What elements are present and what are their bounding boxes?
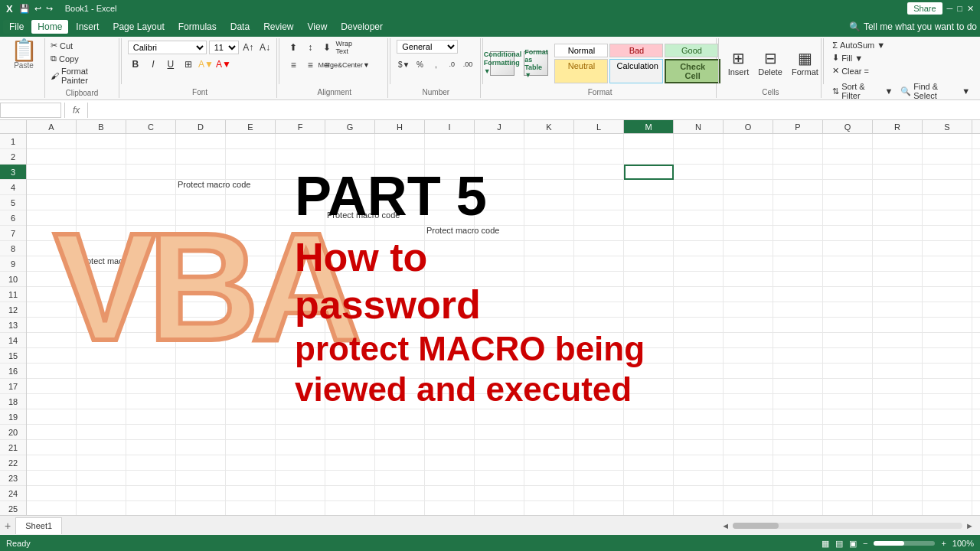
cell-e4[interactable] <box>226 180 276 195</box>
cell-h8[interactable] <box>375 241 425 256</box>
cell-n7[interactable] <box>674 226 724 241</box>
font-color-button[interactable]: A▼ <box>216 57 231 72</box>
page-layout-view-button[interactable]: ▤ <box>835 539 843 549</box>
cell-r7[interactable] <box>873 226 923 241</box>
cell-j9[interactable] <box>475 256 524 272</box>
cell-s9[interactable] <box>923 256 972 272</box>
col-header-j[interactable]: J <box>475 120 524 133</box>
col-header-s[interactable]: S <box>923 120 972 133</box>
name-box[interactable]: M3 <box>0 103 61 118</box>
cell-m3[interactable] <box>624 165 674 180</box>
cell-n2[interactable] <box>674 149 724 165</box>
currency-button[interactable]: $▼ <box>397 57 411 72</box>
cell-p9[interactable] <box>773 256 823 272</box>
cell-n4[interactable] <box>674 180 724 195</box>
comma-button[interactable]: , <box>429 57 443 72</box>
merge-center-button[interactable]: Merge&Center▼ <box>336 57 351 73</box>
cell-j8[interactable] <box>475 241 524 256</box>
copy-button[interactable]: ⧉ Copy <box>48 53 116 64</box>
col-header-f[interactable]: F <box>276 120 325 133</box>
cell-k5[interactable] <box>524 195 574 210</box>
cell-r1[interactable] <box>873 134 923 149</box>
cell-c1[interactable] <box>126 134 176 149</box>
cell-a2[interactable] <box>27 149 77 165</box>
save-icon[interactable]: 💾 <box>19 4 30 14</box>
col-header-b[interactable]: B <box>77 120 126 133</box>
calculation-style[interactable]: Calculation <box>609 59 663 83</box>
col-header-k[interactable]: K <box>524 120 574 133</box>
cell-s6[interactable] <box>923 210 972 226</box>
normal-style[interactable]: Normal <box>554 44 608 57</box>
cell-m10[interactable] <box>624 272 674 287</box>
cell-r4[interactable] <box>873 180 923 195</box>
cell-n3[interactable] <box>674 165 724 180</box>
cell-p7[interactable] <box>773 226 823 241</box>
insert-cells-button[interactable]: ⊞ Insert <box>725 47 753 78</box>
add-sheet-button[interactable]: + <box>0 518 15 533</box>
percent-button[interactable]: % <box>413 57 427 72</box>
cell-f1[interactable] <box>276 134 325 149</box>
col-header-a[interactable]: A <box>27 120 77 133</box>
fill-color-button[interactable]: A▼ <box>198 57 214 72</box>
maximize-icon[interactable]: □ <box>957 4 962 13</box>
row-num-24[interactable]: 24 <box>0 486 26 501</box>
col-header-m[interactable]: M <box>624 120 674 133</box>
row-num-15[interactable]: 15 <box>0 348 26 364</box>
cell-p2[interactable] <box>773 149 823 165</box>
cell-q10[interactable] <box>823 272 873 287</box>
cell-r5[interactable] <box>873 195 923 210</box>
row-num-7[interactable]: 7 <box>0 226 26 241</box>
row-num-11[interactable]: 11 <box>0 287 26 302</box>
menu-review[interactable]: Review <box>257 20 299 34</box>
col-header-e[interactable]: E <box>226 120 276 133</box>
cell-i7[interactable]: Protect macro code <box>425 226 475 241</box>
cell-d4[interactable]: Protect macro code <box>176 180 226 195</box>
cell-a1[interactable] <box>27 134 77 149</box>
scroll-left-icon[interactable]: ◄ <box>721 521 730 530</box>
cell-m8[interactable] <box>624 241 674 256</box>
increase-font-size-button[interactable]: A↑ <box>241 40 256 55</box>
menu-file[interactable]: File <box>3 20 30 34</box>
cell-d1[interactable] <box>176 134 226 149</box>
row-num-12[interactable]: 12 <box>0 302 26 318</box>
cell-k2[interactable] <box>524 149 574 165</box>
check-cell-style[interactable]: Check Cell <box>665 59 720 83</box>
cell-k3[interactable] <box>524 165 574 180</box>
row-num-22[interactable]: 22 <box>0 455 26 471</box>
row-num-8[interactable]: 8 <box>0 241 26 256</box>
underline-button[interactable]: U <box>163 57 178 72</box>
wrap-text-button[interactable]: Wrap Text <box>336 40 351 55</box>
font-family-select[interactable]: Calibri <box>128 41 207 54</box>
cell-j7[interactable] <box>475 226 524 241</box>
col-header-p[interactable]: P <box>773 120 823 133</box>
cell-p5[interactable] <box>773 195 823 210</box>
cell-a3[interactable] <box>27 165 77 180</box>
cell-r2[interactable] <box>873 149 923 165</box>
cell-p6[interactable] <box>773 210 823 226</box>
row-num-1[interactable]: 1 <box>0 134 26 149</box>
cell-o7[interactable] <box>724 226 773 241</box>
row-num-2[interactable]: 2 <box>0 149 26 165</box>
cell-i9[interactable] <box>425 256 475 272</box>
undo-icon[interactable]: ↩ <box>34 4 41 14</box>
cell-r9[interactable] <box>873 256 923 272</box>
menu-data[interactable]: Data <box>224 20 256 34</box>
cell-q2[interactable] <box>823 149 873 165</box>
format-painter-button[interactable]: 🖌 Format Painter <box>48 66 116 86</box>
zoom-minus-button[interactable]: − <box>863 539 867 548</box>
cell-o10[interactable] <box>724 272 773 287</box>
cell-j10[interactable] <box>475 272 524 287</box>
cell-i8[interactable] <box>425 241 475 256</box>
row-num-10[interactable]: 10 <box>0 272 26 287</box>
col-header-h[interactable]: H <box>375 120 425 133</box>
cell-h2[interactable] <box>375 149 425 165</box>
decrease-font-size-button[interactable]: A↓ <box>258 40 273 55</box>
cell-n1[interactable] <box>674 134 724 149</box>
sheet1-tab[interactable]: Sheet1 <box>15 517 62 534</box>
col-header-c[interactable]: C <box>126 120 176 133</box>
col-header-t[interactable]: T <box>972 120 980 133</box>
cell-o6[interactable] <box>724 210 773 226</box>
cell-q1[interactable] <box>823 134 873 149</box>
row-num-18[interactable]: 18 <box>0 394 26 409</box>
align-bottom-button[interactable]: ⬇ <box>319 40 335 55</box>
